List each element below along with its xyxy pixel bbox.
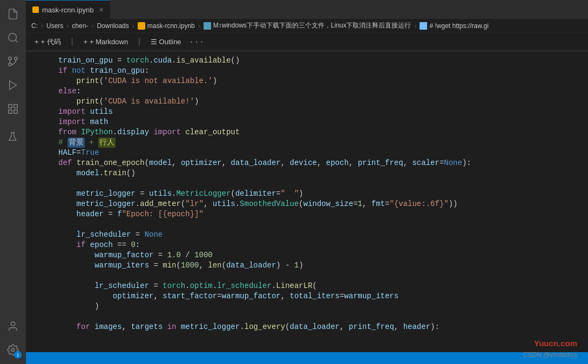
code-line: print('CUDA is available!') [26,97,588,107]
breadcrumb-filename: mask-rcnn.ipynb [147,22,195,30]
svg-marker-6 [10,81,17,90]
breadcrumb: C: › Users › chen- › Downloads › mask-rc… [26,19,588,33]
breadcrumb-cell-icon [204,22,211,30]
svg-rect-7 [9,105,12,108]
breadcrumb-notebook-icon [138,22,145,30]
status-bar [26,352,588,364]
main-area: mask-rcnn.ipynb × C: › Users › chen- › D… [26,0,588,364]
settings-icon[interactable] [3,340,23,360]
svg-line-1 [15,40,17,42]
flask-icon[interactable] [3,127,23,147]
code-line: metric_logger = utils.MetricLogger(delim… [26,189,588,199]
code-line: header = f"Epoch: [{epoch}]" [26,209,588,219]
add-code-plus: + [35,38,39,46]
code-area[interactable]: train_on_gpu = torch.cuda.is_available()… [26,51,588,352]
notebook-tab-label: mask-rcnn.ipynb [42,6,93,14]
search-icon[interactable] [3,28,23,47]
source-control-icon[interactable] [3,52,23,71]
run-debug-icon[interactable] [3,75,23,95]
svg-point-4 [9,63,12,66]
code-line: ) [26,301,588,312]
breadcrumb-chen: chen- [72,22,88,30]
account-icon[interactable] [3,317,23,336]
code-line: else: [26,86,588,97]
files-icon[interactable] [3,4,23,24]
add-code-button[interactable]: + + 代码 [31,36,64,48]
add-markdown-plus: + [83,38,87,46]
outline-label: ☰ Outline [151,38,181,46]
add-markdown-button[interactable]: + + Markdown [80,37,131,47]
toolbar-more-button[interactable]: ··· [189,37,205,47]
watermark2: CSDN @virobotics [523,351,577,359]
notebook-tab-icon [32,6,39,13]
breadcrumb-cell-text: M↕windows下手动下载下面的三个文件，Linux下取消注释后直接运行 [213,21,411,30]
breadcrumb-comment-text: # !wget https://raw.gi [429,22,488,30]
toolbar-separator: | [70,37,75,47]
code-line: metric_logger.add_meter("lr", utils.Smoo… [26,199,588,209]
extensions-icon[interactable] [3,99,23,119]
code-line: import math [26,117,588,127]
code-line: lr_scheduler = None [26,230,588,240]
toolbar-separator2: | [137,37,142,47]
breadcrumb-users: Users [46,22,63,30]
watermark: Yuucn.com [534,339,577,348]
code-line [26,312,588,322]
svg-point-3 [15,57,18,60]
code-line: if epoch == 0: [26,240,588,250]
code-line: # 背景 + 行人 [26,138,588,148]
code-line: lr_scheduler = torch.optim.lr_scheduler.… [26,281,588,291]
code-line [26,271,588,281]
breadcrumb-comment-icon [420,22,427,30]
code-line: warmup_iters = min(1000, len(data_loader… [26,260,588,271]
outline-button[interactable]: ☰ Outline [147,37,185,47]
add-code-label: + 代码 [41,37,61,47]
breadcrumb-c: C: [31,22,38,30]
code-line: optimizer, start_factor=warmup_factor, t… [26,291,588,301]
svg-point-2 [9,57,12,60]
code-line [26,178,588,189]
code-line: for images, targets in metric_logger.log… [26,322,588,332]
breadcrumb-downloads: Downloads [97,22,129,30]
code-line: from IPython.display import clear_output [26,127,588,138]
svg-rect-8 [14,105,17,108]
code-line: train_on_gpu = torch.cuda.is_available() [26,56,588,66]
activity-bar [0,0,26,364]
svg-point-12 [11,348,15,352]
add-markdown-label: + Markdown [90,38,128,46]
svg-rect-10 [14,110,17,113]
code-line: import utils [26,107,588,117]
notebook-tab[interactable]: mask-rcnn.ipynb × [26,0,110,19]
code-line: warmup_factor = 1.0 / 1000 [26,250,588,260]
svg-point-0 [9,33,17,42]
code-line [26,219,588,230]
code-line: print('CUDA is not available.') [26,76,588,86]
code-line: model.train() [26,168,588,178]
tab-close-button[interactable]: × [99,6,103,13]
code-line: def train_one_epoch(model, optimizer, da… [26,158,588,168]
tab-bar: mask-rcnn.ipynb × [26,0,588,19]
notebook-toolbar: + + 代码 | + + Markdown | ☰ Outline ··· [26,33,588,51]
svg-rect-9 [9,110,12,113]
svg-point-11 [11,322,15,326]
code-line: HALF=True [26,148,588,158]
code-line: if not train_on_gpu: [26,66,588,76]
